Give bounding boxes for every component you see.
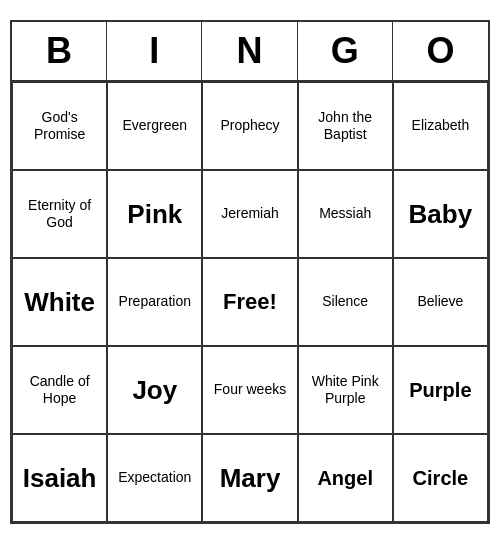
bingo-cell-r2-c4: Believe: [393, 258, 488, 346]
bingo-cell-r2-c1: Preparation: [107, 258, 202, 346]
bingo-cell-r1-c0: Eternity of God: [12, 170, 107, 258]
header-letter-n: N: [202, 22, 297, 80]
bingo-cell-r2-c2: Free!: [202, 258, 297, 346]
bingo-cell-r1-c4: Baby: [393, 170, 488, 258]
bingo-cell-r3-c4: Purple: [393, 346, 488, 434]
bingo-cell-r4-c0: Isaiah: [12, 434, 107, 522]
bingo-cell-r1-c3: Messiah: [298, 170, 393, 258]
bingo-cell-r0-c0: God's Promise: [12, 82, 107, 170]
bingo-cell-r3-c2: Four weeks: [202, 346, 297, 434]
bingo-cell-r3-c3: White Pink Purple: [298, 346, 393, 434]
bingo-cell-r4-c1: Expectation: [107, 434, 202, 522]
header-letter-o: O: [393, 22, 488, 80]
bingo-cell-r0-c3: John the Baptist: [298, 82, 393, 170]
bingo-cell-r4-c3: Angel: [298, 434, 393, 522]
bingo-cell-r2-c3: Silence: [298, 258, 393, 346]
bingo-cell-r1-c2: Jeremiah: [202, 170, 297, 258]
bingo-cell-r3-c1: Joy: [107, 346, 202, 434]
bingo-cell-r0-c1: Evergreen: [107, 82, 202, 170]
header-letter-b: B: [12, 22, 107, 80]
bingo-header: BINGO: [12, 22, 488, 82]
bingo-cell-r3-c0: Candle of Hope: [12, 346, 107, 434]
bingo-cell-r2-c0: White: [12, 258, 107, 346]
bingo-cell-r4-c4: Circle: [393, 434, 488, 522]
bingo-cell-r1-c1: Pink: [107, 170, 202, 258]
bingo-grid: God's PromiseEvergreenProphecyJohn the B…: [12, 82, 488, 522]
header-letter-g: G: [298, 22, 393, 80]
bingo-cell-r4-c2: Mary: [202, 434, 297, 522]
bingo-cell-r0-c2: Prophecy: [202, 82, 297, 170]
bingo-card: BINGO God's PromiseEvergreenProphecyJohn…: [10, 20, 490, 524]
bingo-cell-r0-c4: Elizabeth: [393, 82, 488, 170]
header-letter-i: I: [107, 22, 202, 80]
